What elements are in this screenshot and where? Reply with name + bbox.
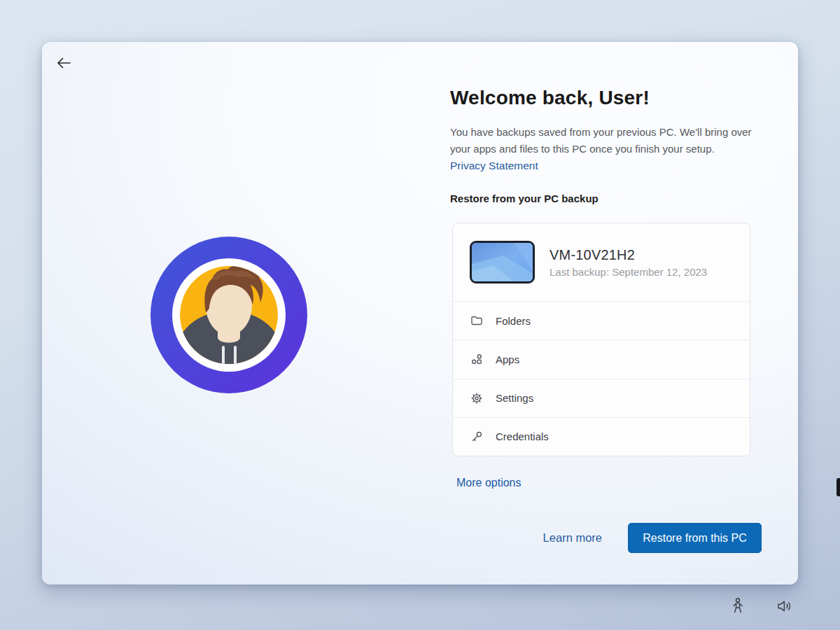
backup-card: VM-10V21H2 Last backup: September 12, 20…	[452, 223, 750, 456]
back-arrow-icon	[55, 54, 73, 74]
learn-more-link[interactable]: Learn more	[543, 531, 602, 545]
backup-item-folders[interactable]: Folders	[453, 302, 750, 340]
device-meta: VM-10V21H2 Last backup: September 12, 20…	[550, 247, 707, 278]
system-tray	[727, 589, 797, 624]
restore-from-pc-button[interactable]: Restore from this PC	[628, 523, 762, 553]
folder-icon	[470, 314, 484, 328]
restore-section-label: Restore from your PC backup	[450, 192, 598, 204]
screen-edge-bar	[836, 478, 840, 496]
backup-item-label: Credentials	[496, 430, 549, 442]
footer-actions: Learn more Restore from this PC	[450, 523, 762, 553]
user-avatar	[150, 237, 307, 393]
backup-item-settings[interactable]: Settings	[453, 379, 750, 418]
backup-item-apps[interactable]: Apps	[453, 340, 750, 379]
backup-item-credentials[interactable]: Credentials	[453, 418, 750, 456]
apps-icon	[470, 352, 484, 366]
key-icon	[470, 430, 484, 444]
backup-item-label: Folders	[496, 315, 531, 327]
accessibility-button[interactable]	[727, 594, 749, 620]
back-button[interactable]	[52, 52, 76, 76]
backup-device-header: VM-10V21H2 Last backup: September 12, 20…	[453, 223, 750, 302]
device-name: VM-10V21H2	[550, 247, 707, 263]
description-text: You have backups saved from your previou…	[450, 124, 752, 174]
privacy-statement-link[interactable]: Privacy Statement	[450, 160, 538, 172]
volume-icon	[776, 598, 794, 617]
backup-item-label: Apps	[496, 354, 519, 365]
volume-button[interactable]	[773, 595, 797, 620]
more-options-link[interactable]: More options	[456, 477, 522, 489]
page-title: Welcome back, User!	[450, 87, 650, 109]
settings-icon	[470, 391, 484, 405]
device-thumbnail	[470, 241, 535, 284]
backup-item-label: Settings	[496, 392, 533, 404]
accessibility-icon	[729, 597, 746, 617]
last-backup-date: Last backup: September 12, 2023	[550, 266, 707, 278]
avatar-illustration	[150, 237, 307, 393]
description-body: You have backups saved from your previou…	[450, 126, 752, 155]
